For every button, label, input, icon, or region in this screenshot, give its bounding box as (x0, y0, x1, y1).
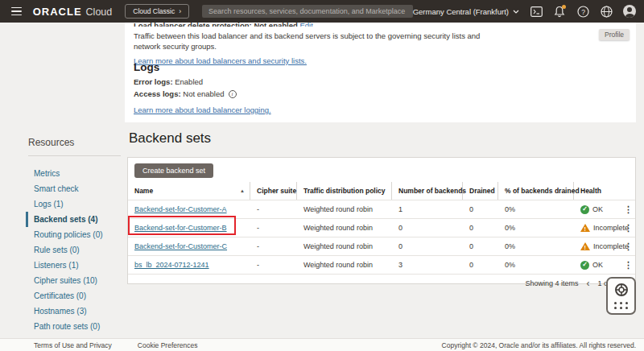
backend-sets-panel: Create backend set Name ▲ Cipher suite T… (127, 157, 636, 284)
cipher-suite-cell: - (250, 224, 297, 232)
traffic-policy-cell: Weighted round robin (297, 242, 392, 250)
hamburger-menu-icon[interactable] (11, 7, 22, 16)
sidebar-item-path-route-sets[interactable]: Path route sets (0) (26, 319, 125, 334)
table-row: Backend-set-for-Customer-A - Weighted ro… (128, 200, 635, 218)
region-selector[interactable]: Germany Central (Frankfurt) (413, 7, 519, 16)
column-header-name[interactable]: Name ▲ (128, 182, 250, 200)
traffic-policy-cell: Weighted round robin (297, 261, 392, 269)
table-header-row: Name ▲ Cipher suite Traffic distribution… (128, 182, 635, 200)
backends-count-cell: 0 (392, 224, 463, 232)
pct-drained-cell: 0% (498, 224, 574, 232)
sidebar-item-listeners[interactable]: Listeners (1) (26, 258, 125, 273)
column-header-number-of-backends[interactable]: Number of backends (392, 182, 463, 200)
column-header-cipher-suite[interactable]: Cipher suite (250, 182, 297, 200)
health-ok-icon (580, 261, 589, 270)
search-input[interactable] (202, 5, 413, 18)
region-label: Germany Central (Frankfurt) (413, 7, 509, 16)
profile-tooltip: Profile (599, 29, 630, 40)
sidebar-item-certificates[interactable]: Certificates (0) (26, 288, 125, 304)
clipped-delete-protection-line: Load balancer delete protection: Not ena… (134, 23, 472, 27)
drained-cell: 0 (463, 205, 498, 213)
backend-set-link[interactable]: Backend-set-for-Customer-C (134, 242, 227, 250)
support-floating-widget[interactable] (606, 277, 636, 315)
row-actions-menu-icon[interactable]: ⋮ (624, 204, 633, 215)
error-logs-value: Enabled (175, 77, 203, 86)
language-button[interactable] (600, 5, 613, 18)
cloud-classic-button[interactable]: Cloud Classic › (125, 4, 189, 19)
app-grid-icon[interactable] (614, 302, 629, 309)
notification-badge-dot (562, 5, 566, 9)
column-header-pct-drained[interactable]: % of backends drained (498, 182, 574, 200)
backend-sets-heading: Backend sets (129, 130, 211, 147)
health-status-label: OK (592, 261, 603, 269)
column-header-health[interactable]: Health (574, 182, 635, 200)
profile-avatar-button[interactable] (623, 5, 636, 18)
question-mark-icon: ? (577, 6, 589, 18)
backend-set-link[interactable]: Backend-set-for-Customer-A (134, 205, 227, 213)
column-header-drained[interactable]: Drained (463, 182, 498, 200)
help-button[interactable]: ? (576, 5, 589, 18)
cipher-suite-cell: - (250, 261, 297, 269)
top-navigation-bar: ORACLE Cloud Cloud Classic › Germany Cen… (0, 0, 644, 23)
notifications-button[interactable] (553, 5, 566, 18)
health-warning-icon (580, 224, 590, 232)
backend-set-link[interactable]: Backend-set-for-Customer-B (134, 224, 227, 232)
terms-link[interactable]: Terms of Use and Privacy (34, 341, 112, 349)
chevron-right-icon: › (179, 7, 181, 15)
pagination-prev-icon[interactable]: ‹ (586, 279, 589, 288)
logging-link[interactable]: Learn more about load balancer logging. (134, 105, 271, 114)
cloud-classic-label: Cloud Classic (133, 7, 175, 15)
backend-set-link[interactable]: bs_lb_2024-0712-1241 (134, 261, 209, 269)
sidebar-item-smart-check[interactable]: Smart check (26, 181, 125, 196)
sidebar-item-metrics[interactable]: Metrics (26, 166, 125, 181)
sidebar-item-cipher-suites[interactable]: Cipher suites (10) (26, 273, 125, 288)
oracle-cloud-logo[interactable]: ORACLE Cloud (33, 6, 113, 18)
sidebar-item-hostnames[interactable]: Hostnames (3) (26, 304, 125, 319)
column-header-traffic-policy[interactable]: Traffic distribution policy (297, 182, 392, 200)
health-ok-icon (580, 205, 589, 214)
row-actions-menu-icon[interactable]: ⋮ (624, 242, 633, 252)
delete-protection-text: Load balancer delete protection: Not ena… (134, 23, 298, 27)
sidebar-item-rule-sets[interactable]: Rule sets (0) (26, 242, 125, 258)
sort-ascending-icon: ▲ (240, 188, 245, 193)
table-row: Backend-set-for-Customer-B - Weighted ro… (128, 218, 635, 237)
logs-heading: Logs (134, 61, 159, 73)
logo-oracle-text: ORACLE (33, 6, 82, 18)
traffic-policy-cell: Weighted round robin (297, 224, 392, 232)
pct-drained-cell: 0% (498, 205, 574, 213)
backends-count-cell: 1 (392, 205, 463, 213)
drained-cell: 0 (463, 242, 498, 250)
items-summary: Showing 4 items (525, 279, 578, 287)
sidebar-divider (28, 155, 121, 156)
code-console-icon (530, 6, 543, 17)
svg-text:?: ? (581, 7, 585, 15)
drained-cell: 0 (463, 224, 498, 232)
sidebar-item-logs[interactable]: Logs (1) (26, 196, 125, 212)
sidebar-title: Resources (28, 137, 125, 148)
developer-tools-button[interactable] (530, 5, 543, 18)
cipher-suite-cell: - (250, 242, 297, 250)
cookie-preferences-link[interactable]: Cookie Preferences (138, 341, 198, 349)
row-actions-menu-icon[interactable]: ⋮ (624, 260, 633, 270)
sidebar-item-backend-sets[interactable]: Backend sets (4) (26, 212, 125, 227)
info-icon[interactable]: i (229, 90, 237, 98)
table-row: Backend-set-for-Customer-C - Weighted ro… (128, 237, 635, 255)
error-logs-label: Error logs: (134, 77, 173, 86)
table-pagination: Showing 4 items ‹ 1 of 1 › (128, 274, 635, 291)
edit-link[interactable]: Edit (299, 23, 312, 27)
table-row: bs_lb_2024-0712-1241 - Weighted round ro… (128, 255, 635, 274)
access-logs-label: Access logs: (134, 89, 181, 98)
health-warning-icon (580, 242, 590, 250)
pct-drained-cell: 0% (498, 261, 574, 269)
traffic-policy-cell: Weighted round robin (297, 205, 392, 213)
traffic-info-text: Traffic between this load balancer and i… (134, 31, 488, 52)
sidebar-item-routing-policies[interactable]: Routing policies (0) (26, 227, 125, 242)
page-footer: Terms of Use and Privacy Cookie Preferen… (0, 338, 644, 351)
chevron-down-icon (513, 10, 519, 14)
backends-count-cell: 3 (392, 261, 463, 269)
row-actions-menu-icon[interactable]: ⋮ (624, 223, 633, 233)
create-backend-set-button[interactable]: Create backend set (134, 163, 213, 178)
lifebuoy-help-icon[interactable] (614, 283, 629, 297)
resources-sidebar: Resources Metrics Smart check Logs (1) B… (0, 23, 125, 338)
pct-drained-cell: 0% (498, 242, 574, 250)
